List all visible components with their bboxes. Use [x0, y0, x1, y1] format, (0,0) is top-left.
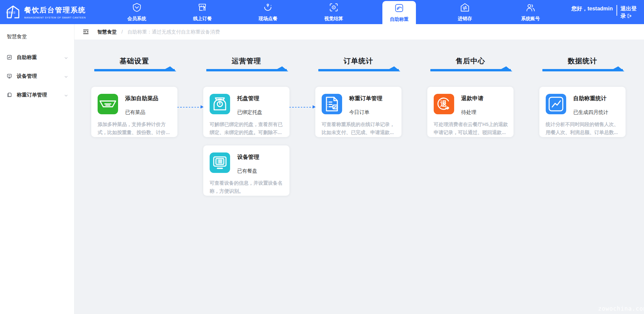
breadcrumb-separator: /	[121, 29, 123, 35]
card-status: 今日订单	[349, 109, 382, 116]
column-underline-arrow	[430, 69, 511, 71]
card-description: 添加多种菜品，支持多种计价方式，比如按重量、按份数、计价...	[98, 120, 172, 136]
card-status: 已有餐盘	[237, 168, 259, 174]
card-title: 退款申请	[461, 95, 483, 102]
sidebar-item-device[interactable]: 设备管理	[0, 67, 74, 85]
visual-icon	[329, 2, 339, 14]
watermark: zowochina.com	[598, 305, 644, 312]
column-underline-arrow	[206, 69, 287, 71]
column-underline-arrow	[542, 69, 623, 71]
nav-item-account[interactable]: 系统账号	[514, 0, 547, 24]
board-column: 订单统计称重订单管理今日订单可查看称重系统的在线订单记录，比如未支付、已完成、申…	[315, 56, 401, 196]
underline-arrow-tip	[609, 66, 625, 71]
brand[interactable]: 智慧食堂 餐饮后台管理系统 MANAGEMENT SYSTEM OF SMART…	[0, 0, 91, 24]
sidebar-title: 智慧食堂	[0, 24, 74, 40]
card-title: 称重订单管理	[349, 95, 382, 102]
breadcrumb: 智慧食堂 / 自助称重：通过无感支付自主称重设备消费	[97, 29, 220, 35]
feature-board: 基础设置添加自助菜品已有菜品添加多种菜品，支持多种计价方式，比如按重量、按份数、…	[91, 56, 644, 196]
user-divider	[616, 5, 617, 16]
account-icon	[526, 2, 536, 14]
svg-text:退: 退	[440, 100, 447, 108]
column-title: 数据统计	[542, 56, 623, 66]
board-column: 基础设置添加自助菜品已有菜品添加多种菜品，支持多种计价方式，比如按重量、按份数、…	[91, 56, 177, 196]
nav-item-label: 自助称重	[390, 16, 409, 22]
feature-card-stats[interactable]: 自助称重统计已生成四月统计统计分析不同时间段的销售人次、用餐人次、利润总额、订单…	[539, 87, 626, 137]
underline-arrow-tip	[385, 66, 400, 71]
top-nav: 智慧食堂 餐饮后台管理系统 MANAGEMENT SYSTEM OF SMART…	[0, 0, 644, 24]
underline-arrow-tip	[161, 66, 176, 71]
column-header: 基础设置	[94, 56, 175, 71]
card-description: 可解绑已绑定的托盘，查看所有已绑定、未绑定的托盘。可删除不...	[210, 120, 284, 136]
feature-card-device[interactable]: 设备管理已有餐盘可查看设备的信息，并设置设备名称，方便识别。	[203, 145, 289, 196]
sidebar: 智慧食堂 自助称重设备管理称重订单管理	[0, 24, 74, 314]
nav-item-onsite[interactable]: 现场点餐	[251, 0, 285, 24]
feature-card-dish[interactable]: 添加自助菜品已有菜品添加多种菜品，支持多种计价方式，比如按重量、按份数、计价..…	[91, 87, 177, 137]
nav-item-label: 进销存	[458, 16, 472, 22]
card-status: 已绑定托盘	[237, 109, 262, 116]
nav-item-label: 系统账号	[521, 16, 540, 22]
device-mini-icon	[7, 73, 12, 79]
gauge-mini-icon	[7, 55, 12, 60]
nav-item-label: 会员系统	[127, 16, 146, 22]
stats-icon	[546, 94, 566, 114]
nav-item-visual[interactable]: 视觉结算	[317, 0, 351, 24]
column-underline-arrow	[94, 69, 175, 71]
card-status: 待处理	[461, 109, 483, 116]
underline-arrow-tip	[497, 66, 513, 71]
nav-item-online[interactable]: 线上订餐	[185, 0, 219, 24]
onsite-icon	[263, 2, 273, 14]
column-title: 基础设置	[94, 56, 175, 66]
chevron-down-icon	[64, 55, 68, 59]
card-title: 托盘管理	[237, 95, 262, 102]
main-nav: 会员系统线上订餐现场点餐视觉结算自助称重进销存系统账号	[91, 0, 571, 24]
app-subtitle: MANAGEMENT SYSTEM OF SMART CANTEEN	[24, 16, 86, 19]
sidebar-item-order[interactable]: 称重订单管理	[0, 85, 74, 104]
column-title: 运营管理	[206, 56, 287, 66]
column-title: 售后中心	[430, 56, 511, 66]
nav-item-label: 线上订餐	[193, 16, 212, 22]
board-column: 售后中心退退款申请待处理可处理消费者在云餐厅H5上的退款申请记录，可以通过、驳回…	[427, 56, 514, 196]
sidebar-item-label: 称重订单管理	[17, 92, 47, 98]
user-greeting: 您好，testadmin	[571, 5, 613, 12]
feature-card-order[interactable]: 称重订单管理今日订单可查看称重系统的在线订单记录，比如未支付、已完成、申请退款.…	[315, 87, 401, 137]
card-status: 已有菜品	[125, 109, 158, 116]
logout-button[interactable]: 退出登录	[621, 5, 639, 20]
member-icon	[132, 2, 142, 14]
feature-card-scale[interactable]: 托盘管理已绑定托盘可解绑已绑定的托盘，查看所有已绑定、未绑定的托盘。可删除不..…	[203, 87, 289, 137]
column-title: 订单统计	[318, 56, 399, 66]
weighing-icon	[394, 3, 404, 14]
card-description: 可查看设备的信息，并设置设备名称，方便识别。	[210, 179, 284, 195]
column-underline-arrow	[318, 69, 399, 71]
column-header: 订单统计	[318, 56, 399, 71]
breadcrumb-current: 自助称重：通过无感支付自主称重设备消费	[127, 29, 220, 35]
content-area: 基础设置添加自助菜品已有菜品添加多种菜品，支持多种计价方式，比如按重量、按份数、…	[74, 40, 644, 314]
sidebar-collapse-icon[interactable]	[83, 28, 89, 35]
app-logo-icon: 智慧食堂	[5, 4, 21, 20]
logo-text: 智慧食堂	[6, 11, 15, 14]
card-status: 已生成四月统计	[573, 109, 608, 116]
nav-item-member[interactable]: 会员系统	[120, 0, 154, 24]
card-title: 自助称重统计	[573, 95, 608, 102]
sidebar-item-gauge[interactable]: 自助称重	[0, 48, 74, 67]
card-description: 可处理消费者在云餐厅H5上的退款申请记录，可以通过、驳回退款...	[434, 120, 508, 136]
device-icon	[210, 152, 230, 173]
dish-icon	[98, 94, 118, 114]
scale-icon	[210, 94, 230, 114]
nav-item-label: 现场点餐	[259, 16, 277, 22]
online-icon	[197, 2, 207, 14]
sidebar-item-label: 设备管理	[17, 73, 37, 79]
nav-item-inventory[interactable]: 进销存	[448, 0, 482, 24]
nav-item-weighing[interactable]: 自助称重	[382, 1, 416, 24]
board-column: 运营管理托盘管理已绑定托盘可解绑已绑定的托盘，查看所有已绑定、未绑定的托盘。可删…	[203, 56, 289, 196]
breadcrumb-root[interactable]: 智慧食堂	[97, 29, 117, 35]
feature-card-refund[interactable]: 退退款申请待处理可处理消费者在云餐厅H5上的退款申请记录，可以通过、驳回退款..…	[427, 87, 514, 137]
flow-arrow-icon	[289, 107, 315, 108]
refund-icon: 退	[434, 94, 454, 114]
card-title: 添加自助菜品	[125, 95, 158, 102]
logout-icon	[627, 13, 632, 18]
user-area: 您好，testadmin 退出登录	[571, 0, 644, 24]
order-icon	[322, 94, 342, 114]
card-description: 可查看称重系统的在线订单记录，比如未支付、已完成、申请退款...	[322, 120, 396, 136]
column-header: 售后中心	[430, 56, 511, 71]
sidebar-item-label: 自助称重	[17, 54, 37, 61]
